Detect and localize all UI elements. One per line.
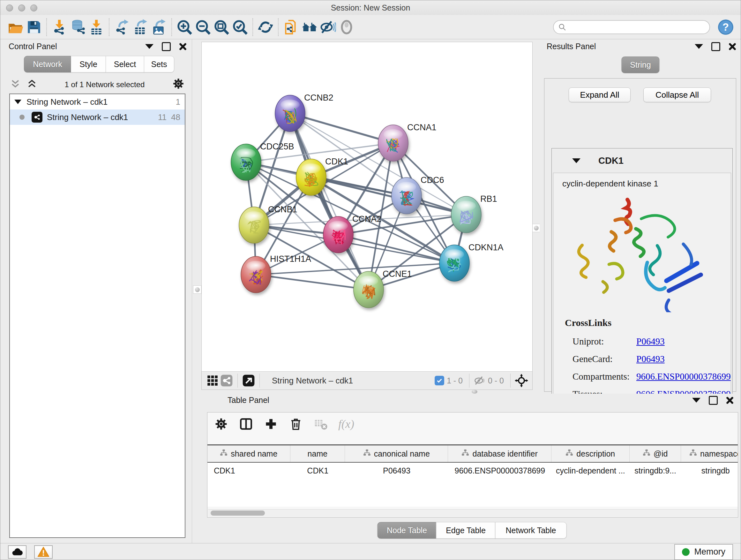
column-header-namespace[interactable]: namespace [681, 445, 738, 462]
network-row[interactable]: String Network – cdk1 11 48 [10, 110, 185, 125]
bottom-splitter-handle[interactable] [470, 389, 479, 394]
open-session-button[interactable] [6, 17, 24, 37]
add-column-icon[interactable] [264, 417, 278, 431]
column-header-canonical-name[interactable]: canonical name [345, 445, 448, 462]
table-cell[interactable]: CDK1 [290, 462, 345, 479]
birds-eye-view-icon[interactable] [242, 374, 256, 388]
network-node-CDC6[interactable] [392, 178, 421, 214]
network-node-CCNE1[interactable] [354, 271, 384, 308]
tab-edge-table[interactable]: Edge Table [436, 522, 495, 539]
protein-details: cyclin-dependent kinase 1 [553, 173, 731, 426]
table-cell[interactable]: cyclin-dependent ... [551, 462, 630, 479]
column-header--id[interactable]: @id [630, 445, 681, 462]
scrollbar-thumb[interactable] [211, 510, 265, 516]
network-node-CDKN1A[interactable] [440, 245, 469, 281]
tab-string[interactable]: String [621, 57, 659, 73]
table-options-gear-icon[interactable] [214, 417, 228, 431]
collapse-all-button[interactable]: Collapse All [643, 87, 711, 102]
column-header-shared-name[interactable]: shared name [207, 445, 290, 462]
pan-crosshair-icon[interactable] [515, 374, 529, 388]
cloud-button[interactable] [8, 545, 26, 559]
import-table-button[interactable] [87, 17, 106, 37]
table-cell[interactable]: P06493 [345, 462, 448, 479]
table-cell[interactable]: stringdb [681, 462, 738, 479]
tab-sets[interactable]: Sets [144, 56, 174, 72]
network-graph[interactable]: CCNB2CCNA1CDC25BCDK1CDC6RB1CCNB1CCNA2CDK… [202, 42, 532, 371]
grid-view-icon[interactable] [205, 374, 219, 388]
table-header-row: shared namenamecanonical namedatabase id… [207, 445, 738, 462]
show-columns-icon[interactable] [239, 417, 253, 431]
crosslink-value-link[interactable]: P06493 [636, 336, 665, 347]
network-node-CCNA1[interactable] [378, 125, 408, 161]
collapse-collection-icon[interactable] [14, 100, 21, 104]
collapse-section-icon[interactable] [572, 159, 581, 163]
tab-node-table[interactable]: Node Table [378, 522, 436, 539]
memory-button[interactable]: Memory [674, 544, 733, 560]
save-session-button[interactable] [24, 17, 43, 37]
import-network-file-button[interactable] [50, 17, 69, 37]
clone-network-button[interactable] [282, 17, 300, 37]
network-view-canvas[interactable]: CCNB2CCNA1CDC25BCDK1CDC6RB1CCNB1CCNA2CDK… [201, 42, 533, 390]
close-panel-icon[interactable] [729, 43, 736, 51]
panel-menu-icon[interactable] [145, 44, 153, 49]
import-network-database-button[interactable] [69, 17, 87, 37]
crosslink-value-link[interactable]: P06493 [636, 354, 665, 364]
network-node-CDC25B[interactable] [231, 144, 261, 180]
right-splitter-handle[interactable] [532, 224, 540, 232]
network-edge-CCNB2-CCNA1[interactable] [290, 113, 393, 143]
column-header-name[interactable]: name [290, 445, 345, 462]
table-cell[interactable]: 9606.ENSP00000378699 [448, 462, 551, 479]
string-network-icon [31, 112, 43, 123]
tab-network[interactable]: Network [24, 56, 71, 72]
tab-select[interactable]: Select [106, 56, 144, 72]
panel-menu-icon[interactable] [692, 398, 700, 402]
table-cell[interactable]: CDK1 [207, 462, 290, 479]
hide-selected-button[interactable] [319, 17, 337, 37]
network-collection-row[interactable]: String Network – cdk1 1 [10, 94, 185, 110]
selected-checkbox-icon[interactable] [434, 376, 444, 385]
tab-style[interactable]: Style [71, 56, 106, 72]
refresh-button[interactable] [256, 17, 275, 37]
network-node-CCNB2[interactable] [275, 95, 305, 132]
expand-all-tree-icon[interactable] [26, 78, 37, 91]
network-node-CDK1[interactable] [296, 159, 326, 195]
network-share-icon[interactable] [219, 374, 233, 388]
first-neighbors-button[interactable] [300, 17, 319, 37]
export-table-button[interactable] [131, 17, 150, 37]
network-node-HIST1H1A[interactable] [241, 256, 271, 293]
network-options-gear-icon[interactable] [172, 77, 185, 92]
tab-network-table[interactable]: Network Table [495, 522, 567, 539]
column-header-description[interactable]: description [551, 445, 630, 462]
expand-all-button[interactable]: Expand All [569, 87, 630, 102]
collapse-all-tree-icon[interactable] [10, 78, 21, 91]
help-button[interactable]: ? [717, 18, 735, 37]
float-panel-icon[interactable] [711, 42, 720, 51]
export-network-button[interactable] [113, 17, 131, 37]
zoom-out-button[interactable] [194, 17, 212, 37]
network-edge-HIST1H1A-CCNE1[interactable] [256, 274, 368, 290]
float-panel-icon[interactable] [162, 42, 171, 51]
network-node-CCNB1[interactable] [239, 207, 269, 243]
network-node-RB1[interactable] [451, 196, 481, 233]
column-header-database-identifier[interactable]: database identifier [448, 445, 551, 462]
table-horizontal-scrollbar[interactable] [208, 509, 737, 516]
show-all-button[interactable] [337, 17, 356, 37]
close-panel-icon[interactable] [726, 396, 734, 404]
zoom-in-button[interactable] [175, 17, 194, 37]
search-input[interactable] [566, 22, 705, 32]
table-row[interactable]: CDK1CDK1P064939606.ENSP00000378699cyclin… [207, 462, 738, 479]
close-panel-icon[interactable] [179, 43, 187, 51]
panel-menu-icon[interactable] [695, 44, 703, 49]
zoom-fit-button[interactable] [212, 17, 231, 37]
protein-section-header[interactable]: CDK1 [552, 148, 732, 173]
table-cell[interactable]: stringdb:9... [630, 462, 681, 479]
delete-column-icon[interactable] [288, 417, 303, 431]
float-panel-icon[interactable] [709, 396, 718, 405]
search-field[interactable] [553, 20, 710, 34]
network-node-CCNA2[interactable] [323, 216, 353, 253]
crosslink-value-link[interactable]: 9606.ENSP00000378699 [636, 371, 731, 382]
export-image-button[interactable] [150, 17, 168, 37]
left-splitter-handle[interactable] [193, 286, 201, 294]
zoom-selected-button[interactable] [231, 17, 249, 37]
warning-button[interactable] [34, 545, 53, 559]
